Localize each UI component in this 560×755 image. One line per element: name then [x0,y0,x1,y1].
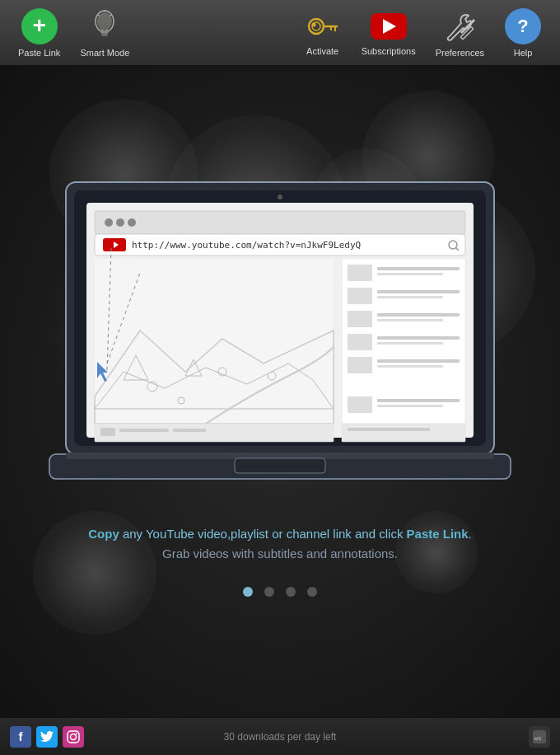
subscriptions-button[interactable]: Subscriptions [352,7,426,59]
description-area: Copy any YouTube video,playlist or chann… [39,524,521,564]
dot-2[interactable] [264,587,274,597]
svg-rect-2 [100,30,109,33]
svg-rect-45 [348,288,372,304]
activate-label: Activate [306,46,338,56]
svg-rect-50 [377,319,443,321]
svg-rect-64 [342,424,465,442]
wsxdn-logo: ws [529,726,550,748]
subscriptions-label: Subscriptions [362,46,416,56]
svg-rect-54 [348,357,372,373]
svg-point-1 [97,12,112,30]
svg-point-21 [105,218,113,227]
smart-mode-label: Smart Mode [80,48,129,58]
svg-rect-58 [377,399,460,402]
smart-mode-button[interactable]: Smart Mode [70,5,139,61]
svg-point-24 [278,195,282,199]
svg-rect-63 [173,429,206,432]
svg-point-73 [71,734,77,739]
svg-point-23 [128,218,136,227]
svg-point-13 [311,22,315,26]
svg-rect-51 [348,334,372,350]
downloads-left-text: 30 downloads per day left [224,731,337,743]
svg-rect-53 [377,342,443,345]
svg-point-74 [76,733,77,734]
preferences-button[interactable]: Preferences [426,5,494,61]
laptop-illustration: http://www.youtube.com/watch?v=nJkwF9Led… [16,153,544,499]
dot-4[interactable] [307,587,317,597]
svg-text:ws: ws [534,735,541,742]
description-line2: Grab videos with subtitles and annotatio… [88,544,472,564]
svg-rect-62 [119,429,169,432]
help-label: Help [514,48,533,58]
bottom-bar: f 30 downloads per day left ws [0,717,560,755]
paste-link-button[interactable]: + Paste Link [8,5,70,61]
svg-rect-32 [95,259,334,424]
svg-rect-42 [348,265,372,281]
svg-rect-44 [377,273,443,275]
svg-rect-65 [348,428,430,431]
activate-button[interactable]: Activate [294,7,352,59]
social-icons: f [10,726,84,748]
svg-rect-61 [100,428,115,436]
svg-rect-57 [348,396,372,413]
svg-rect-68 [235,458,325,473]
svg-rect-59 [377,405,443,407]
svg-rect-47 [377,296,443,298]
svg-rect-46 [377,290,460,293]
instagram-icon[interactable] [63,726,84,748]
svg-rect-55 [377,359,460,363]
svg-rect-3 [101,33,108,35]
twitter-icon[interactable] [36,726,58,748]
help-button[interactable]: ? Help [494,5,552,61]
paste-link-label: Paste Link [18,48,60,58]
svg-rect-4 [101,35,108,36]
pagination-dots [243,587,317,597]
svg-rect-60 [95,424,334,442]
svg-point-22 [116,218,124,227]
preferences-label: Preferences [436,48,484,58]
svg-rect-49 [377,313,460,317]
paste-link-icon: + [21,8,58,45]
svg-rect-48 [348,311,372,327]
facebook-icon[interactable]: f [10,726,31,748]
description-line1: Copy any YouTube video,playlist or chann… [88,524,472,544]
smart-mode-icon [88,8,121,45]
dot-3[interactable] [286,587,296,597]
preferences-icon [441,8,478,45]
svg-rect-56 [377,365,443,368]
svg-rect-20 [95,211,465,234]
toolbar: + Paste Link Smart M [0,0,560,66]
help-icon: ? [505,8,541,45]
svg-point-8 [309,19,324,34]
subscriptions-icon [371,10,407,43]
activate-icon [305,10,341,43]
svg-rect-72 [68,731,79,743]
svg-text:http://www.youtube.com/watch?v: http://www.youtube.com/watch?v=nJkwF9Led… [132,240,361,251]
svg-rect-52 [377,336,460,340]
svg-rect-43 [377,267,460,270]
dot-1[interactable] [243,587,253,597]
main-content: http://www.youtube.com/watch?v=nJkwF9Led… [0,66,560,717]
